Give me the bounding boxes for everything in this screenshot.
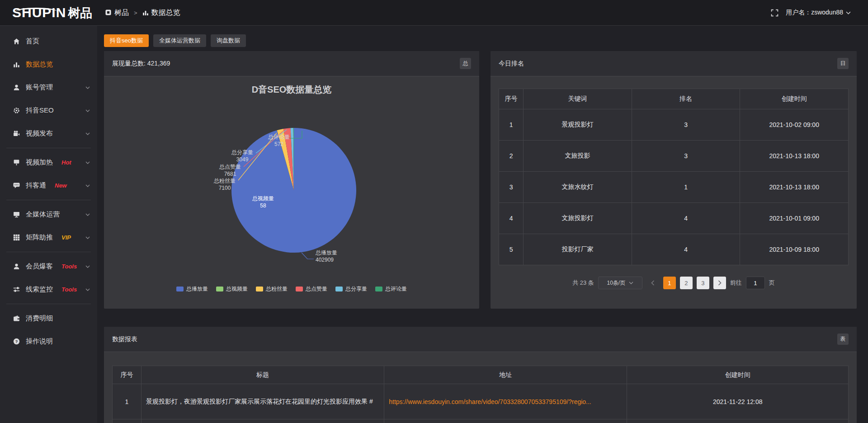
total-mode-button[interactable]: 总 [460,58,471,69]
col-index: 序号 [499,89,524,109]
sidebar-item-video-publish[interactable]: 视频发布 [0,122,97,145]
legend-label: 总粉丝量 [266,285,288,293]
page-size-select[interactable]: 10条/页 [598,277,642,289]
logo-arc [15,8,57,15]
table-mode-button[interactable]: 表 [837,334,849,345]
legend-item-video[interactable]: 总视频量 [216,285,248,293]
user-icon [13,84,20,91]
new-badge: New [55,182,67,189]
sidebar-item-lead-monitor[interactable]: 线索监控 Tools [0,278,97,301]
sidebar-item-consumption[interactable]: 消费明细 [0,307,97,330]
cell-index: 3 [499,172,524,203]
cell-created: 2021-11-22 12:08 [627,384,849,419]
chevron-right-icon [718,280,722,286]
pie-label-name: 总评论量 [268,134,290,140]
report-table-header-row: 序号 标题 地址 创建时间 [113,366,849,384]
rank-table-row: 1 景观投影灯 3 2021-10-02 09:00 [499,109,849,141]
pie-label-value: 3049 [226,156,259,163]
prev-page-button[interactable] [646,277,659,289]
pie-chart-svg [104,76,479,281]
pie-label-name: 总视频量 [252,195,274,202]
cell-created: 2021-10-13 18:00 [740,141,849,172]
page-button-2[interactable]: 2 [680,277,693,289]
topbar: SHUPIN 树品 树品 > 数据总览 用户名：zswodun88 [0,0,868,26]
sidebar-item-label: 视频发布 [26,129,53,138]
legend-label: 总点赞量 [306,285,327,293]
pie-label-value: 572 [262,141,296,148]
member-icon [13,263,20,270]
sidebar-divider [6,148,91,148]
fullscreen-icon[interactable] [771,9,778,17]
rank-table-row: 2 文旅投影 3 2021-10-13 18:00 [499,141,849,172]
pie-label-play: 总播放量 402909 [316,249,356,263]
pie-label-name: 总粉丝量 [214,178,236,184]
tab-label: 抖音seo数据 [110,37,143,45]
sidebar-item-douketong[interactable]: 抖客通 New [0,174,97,197]
cell-keyword: 投影灯厂家 [524,234,632,265]
topbar-right: 用户名：zswodun88 [771,9,868,17]
chevron-down-icon [85,161,90,164]
cell-rank: 3 [632,109,740,141]
main-content: 抖音seo数据 全媒体运营数据 询盘数据 展现量总数: 421,369 总 D音… [97,26,868,423]
page-button-1[interactable]: 1 [663,277,676,289]
sidebar-divider [6,304,91,304]
legend-item-fans[interactable]: 总粉丝量 [256,285,288,293]
report-table-row: 1 景观投影灯，夜游景观投影灯厂家展示展示落花灯在花园里的灯光投影应用效果 # … [113,384,849,419]
col-title: 标题 [142,366,384,384]
chevron-down-icon [85,86,90,89]
sidebar-item-label: 会员爆客 [26,262,53,271]
page-button-3[interactable]: 3 [697,277,709,289]
chevron-down-icon [85,288,90,291]
rank-table-row: 3 文旅水纹灯 1 2021-10-13 18:00 [499,172,849,203]
cell-index: 1 [499,109,524,141]
user-menu[interactable]: 用户名：zswodun88 [786,9,851,17]
cell-created: 2021-10-02 09:00 [740,109,849,141]
pie-label-video: 总视频量 58 [246,195,280,209]
overview-panel-header: 展现量总数: 421,369 总 [104,51,479,76]
legend-item-like[interactable]: 总点赞量 [296,285,327,293]
legend-item-play[interactable]: 总播放量 [176,285,208,293]
sidebar-item-douyin-seo[interactable]: 抖音SEO [0,99,97,122]
today-rank-panel: 今日排名 日 序号 关键词 排名 创建时间 [491,51,857,309]
sidebar-item-label: 数据总览 [26,60,53,69]
sidebar-item-label: 线索监控 [26,285,53,294]
username-label: 用户名：zswodun88 [786,9,843,17]
sidebar-item-home[interactable]: 首页 [0,30,97,53]
breadcrumb-item-root[interactable]: 树品 [105,8,129,18]
tab-douyin-seo-data[interactable]: 抖音seo数据 [104,34,149,47]
tab-media-operation-data[interactable]: 全媒体运营数据 [153,34,206,47]
tools-badge: Tools [61,286,77,293]
cell-title: 景观投影灯，夜游景观投影灯厂家展示展示落花灯在花园里的灯光投影应用效果 # [142,384,384,419]
day-mode-button[interactable]: 日 [837,58,849,69]
sidebar-item-instructions[interactable]: ? 操作说明 [0,330,97,353]
sidebar-item-video-heat[interactable]: 视频加热 Hot [0,151,97,174]
sidebar-item-media-operation[interactable]: 全媒体运营 [0,203,97,226]
app-logo: SHUPIN 树品 [0,6,97,19]
gear-icon [13,107,20,114]
goto-page-input[interactable] [746,277,765,289]
cell-keyword: 文旅投影 [524,141,632,172]
sidebar-item-account[interactable]: 账号管理 [0,76,97,99]
rank-table-row: 4 文旅投影灯 4 2021-10-01 09:00 [499,203,849,234]
tab-inquiry-data[interactable]: 询盘数据 [211,34,246,47]
next-page-button[interactable] [713,277,726,289]
rank-panel-title: 今日排名 [499,60,524,68]
impressions-total-label: 展现量总数: 421,369 [112,60,170,68]
bar-chart-icon [142,9,149,16]
pie-label-like: 总点赞量 7681 [213,163,247,178]
chevron-down-icon [85,132,90,135]
report-table-row [113,419,849,423]
legend-item-comment[interactable]: 总评论量 [375,285,407,293]
breadcrumb-item-current[interactable]: 数据总览 [142,8,180,18]
cell-keyword: 景观投影灯 [524,109,632,141]
sidebar-item-data-overview[interactable]: 数据总览 [0,53,97,76]
video-link[interactable]: https://www.iesdouyin.com/share/video/70… [389,398,622,405]
chevron-down-icon [85,184,90,187]
sidebar-item-member-baoke[interactable]: 会员爆客 Tools [0,255,97,278]
legend-swatch [216,287,223,291]
sidebar-item-matrix-boost[interactable]: 矩阵助推 VIP [0,226,97,249]
goto-unit: 页 [769,279,775,287]
pie-label-name: 总分享量 [231,149,253,155]
breadcrumb: 树品 > 数据总览 [105,8,180,18]
legend-item-share[interactable]: 总分享量 [335,285,367,293]
